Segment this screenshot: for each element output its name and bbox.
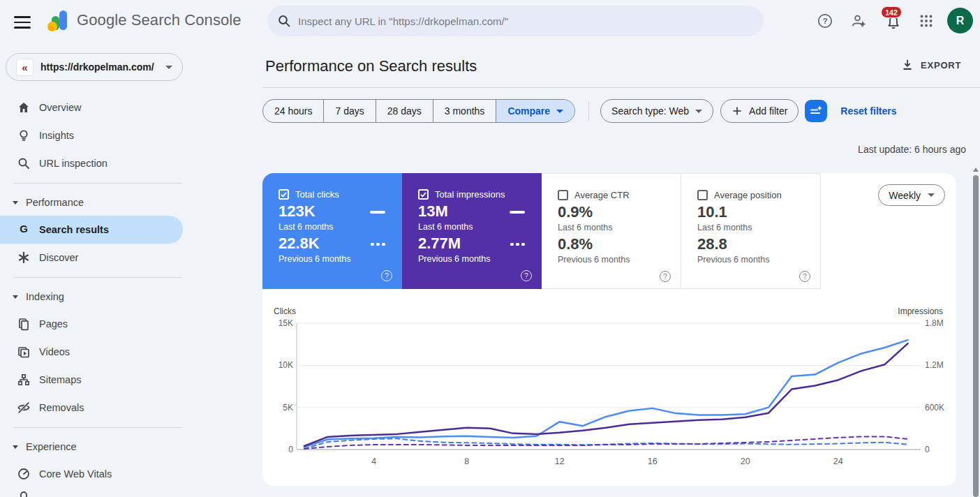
sidebar-item-label: URL inspection <box>39 158 107 169</box>
sidebar-section-performance[interactable]: Performance <box>0 189 195 216</box>
average-position-card[interactable]: Average position 10.1 Last 6 months 28.8… <box>681 173 821 289</box>
reset-filters-link[interactable]: Reset filters <box>840 105 896 117</box>
svg-text:24: 24 <box>833 457 843 466</box>
app-logo[interactable]: Google Search Console <box>46 9 242 31</box>
search-type-filter-chip[interactable]: Search type: Web <box>600 99 713 123</box>
url-inspect-input[interactable] <box>298 15 754 27</box>
average-ctr-card[interactable]: Average CTR 0.9% Last 6 months 0.8% Prev… <box>542 173 681 289</box>
metric-prev-period: Previous 6 months <box>279 254 351 264</box>
help-icon[interactable]: ? <box>799 271 810 282</box>
google-g-icon: G <box>17 223 31 237</box>
sidebar-item-label: Insights <box>39 130 74 141</box>
svg-text:15K: 15K <box>279 318 293 328</box>
sidebar-item-url-inspection[interactable]: URL inspection <box>0 149 195 177</box>
sidebar-item-overview[interactable]: Overview <box>0 94 195 121</box>
sidebar-item-label: Pages <box>39 318 68 329</box>
left-axis-title: Clicks <box>274 306 296 316</box>
metric-value: 10.1 <box>697 203 727 221</box>
help-icon[interactable]: ? <box>521 270 532 281</box>
search-console-logo-icon <box>46 9 70 31</box>
total-clicks-card[interactable]: Total clicks 123K Last 6 months 22.8K Pr… <box>262 173 402 289</box>
sidebar-item-label: Sitemaps <box>39 374 81 385</box>
account-settings-button[interactable] <box>849 11 868 31</box>
user-avatar[interactable]: R <box>947 8 973 34</box>
svg-text:20: 20 <box>741 457 750 466</box>
date-range-28-days[interactable]: 28 days <box>376 100 433 122</box>
filter-toolbar: 24 hours 7 days 28 days 3 months Compare… <box>262 99 897 123</box>
scrollbar-thumb[interactable] <box>973 175 979 497</box>
metric-value: 13M <box>418 202 448 221</box>
last-update-text: Last update: 6 hours ago <box>858 144 966 155</box>
sidebar-nav: Overview Insights URL inspection Perform… <box>0 94 195 497</box>
magnifier-icon <box>17 156 31 170</box>
average-ctr-checkbox[interactable] <box>558 190 568 200</box>
notifications-button[interactable]: 142 <box>882 6 905 34</box>
hamburger-menu-icon[interactable] <box>14 13 31 29</box>
sidebar-item-search-results[interactable]: G Search results <box>0 216 183 244</box>
sidebar-item-label: Videos <box>39 346 70 357</box>
google-apps-grid-icon[interactable] <box>916 11 936 31</box>
sidebar-item-removals[interactable]: Removals <box>0 394 195 422</box>
chevron-down-icon <box>13 201 18 205</box>
sidebar-item-pages[interactable]: Pages <box>0 310 195 338</box>
sidebar-item-videos[interactable]: Videos <box>0 338 195 366</box>
chevron-down-icon <box>13 445 18 449</box>
videos-icon <box>17 345 31 359</box>
help-button[interactable]: ? <box>815 11 835 31</box>
date-range-3-months[interactable]: 3 months <box>433 100 496 122</box>
export-button[interactable]: EXPORT <box>901 59 961 71</box>
date-range-7-days[interactable]: 7 days <box>323 100 375 122</box>
tune-sparkle-icon <box>808 103 824 119</box>
total-clicks-checkbox[interactable] <box>279 189 289 200</box>
customize-filters-button[interactable] <box>805 100 827 122</box>
svg-text:10K: 10K <box>279 360 293 370</box>
metric-prev-period: Previous 6 months <box>418 254 491 264</box>
speedometer-icon <box>17 467 31 481</box>
svg-text:5K: 5K <box>283 403 293 413</box>
search-icon <box>277 14 291 28</box>
sidebar-section-experience[interactable]: Experience <box>0 433 195 460</box>
chevron-down-icon <box>556 110 563 113</box>
date-range-24-hours[interactable]: 24 hours <box>263 100 323 122</box>
sidebar-item-insights[interactable]: Insights <box>0 121 195 149</box>
sidebar-item-sitemaps[interactable]: Sitemaps <box>0 366 195 394</box>
add-filter-chip[interactable]: Add filter <box>720 99 799 123</box>
eye-off-icon <box>17 401 31 415</box>
solid-line-legend <box>510 211 525 214</box>
sidebar-item-core-web-vitals[interactable]: Core Web Vitals <box>0 460 195 488</box>
sidebar-item-discover[interactable]: Discover <box>0 244 195 272</box>
average-position-checkbox[interactable] <box>697 190 708 200</box>
plus-icon <box>732 105 743 117</box>
sidebar-divider <box>14 427 181 428</box>
sidebar-divider <box>14 183 181 184</box>
chevron-down-icon <box>695 110 702 113</box>
metric-period: Last 6 months <box>558 223 613 232</box>
vertical-scrollbar[interactable] <box>972 166 980 497</box>
sidebar-item-label: Removals <box>39 402 84 413</box>
svg-text:8: 8 <box>464 457 469 466</box>
property-selector[interactable]: « https://drkopelman.com/ <box>6 53 183 81</box>
svg-text:0: 0 <box>288 445 293 454</box>
sidebar-section-indexing[interactable]: Indexing <box>0 283 195 310</box>
help-icon[interactable]: ? <box>381 270 392 281</box>
sidebar-item-label: Overview <box>39 102 81 113</box>
lightbulb-icon <box>17 128 31 142</box>
sidebar-section-label: Experience <box>26 441 77 452</box>
help-icon[interactable]: ? <box>660 271 671 282</box>
sidebar-item-label: Search results <box>39 224 109 235</box>
metric-label: Total clicks <box>295 189 339 200</box>
svg-text:0: 0 <box>925 445 930 454</box>
date-range-compare[interactable]: Compare <box>496 100 574 122</box>
property-url: https://drkopelman.com/ <box>40 61 165 73</box>
url-inspect-searchbar[interactable] <box>267 6 764 36</box>
total-impressions-checkbox[interactable] <box>418 189 429 200</box>
notification-count-badge: 142 <box>881 6 902 18</box>
granularity-dropdown[interactable]: Weekly <box>878 184 945 206</box>
scroll-up-arrow-icon[interactable] <box>973 168 979 172</box>
sidebar-section-label: Indexing <box>26 291 64 302</box>
sidebar-item-partial[interactable] <box>0 488 195 497</box>
chevron-down-icon <box>928 193 935 197</box>
metric-value: 0.9% <box>558 203 593 221</box>
total-impressions-card[interactable]: Total impressions 13M Last 6 months 2.77… <box>402 173 542 289</box>
svg-text:1.2M: 1.2M <box>925 360 944 370</box>
